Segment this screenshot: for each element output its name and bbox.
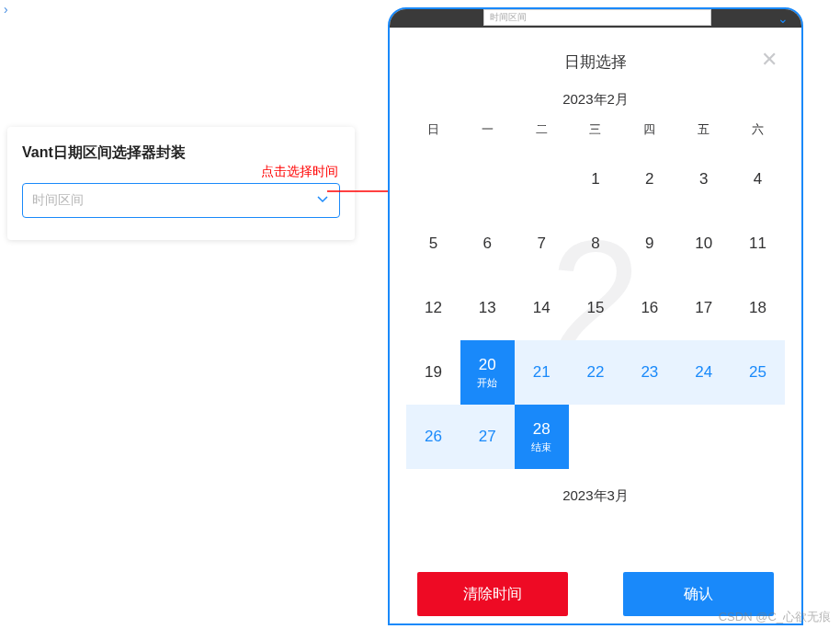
calendar-day[interactable]: 9: [622, 212, 676, 276]
picker-card-title: Vant日期区间选择器封装: [22, 143, 340, 163]
day-number: 28: [533, 420, 551, 439]
calendar-day[interactable]: 19: [406, 340, 460, 405]
day-sublabel: 开始: [477, 376, 497, 390]
day-number: 19: [425, 363, 442, 382]
calendar-next-month-label: 2023年3月: [397, 469, 794, 518]
day-number: 10: [695, 234, 712, 253]
calendar-day[interactable]: 4: [731, 147, 785, 212]
day-number: 5: [429, 234, 437, 253]
calendar-day[interactable]: 18: [731, 276, 785, 340]
day-number: 11: [749, 234, 766, 253]
calendar-day[interactable]: 1: [569, 147, 623, 212]
day-number: 14: [533, 299, 551, 317]
weekday-label: 六: [731, 121, 785, 138]
day-number: 26: [425, 428, 442, 446]
day-number: 18: [749, 299, 766, 317]
calendar-cell-empty: [460, 147, 515, 212]
weekday-label: 三: [569, 121, 623, 138]
calendar-inner: 日期选择 ✕ 2023年2月 日一二三四五六 2 123456789101112…: [397, 33, 794, 623]
day-number: 24: [695, 363, 712, 382]
weekday-label: 日: [406, 121, 460, 138]
day-number: 17: [695, 299, 712, 317]
day-number: 23: [641, 363, 658, 382]
weekday-label: 一: [460, 121, 515, 138]
calendar-day[interactable]: 5: [406, 212, 460, 276]
calendar-day[interactable]: 8: [569, 212, 623, 276]
day-sublabel: 结束: [531, 440, 551, 454]
day-number: 7: [537, 234, 545, 253]
day-number: 21: [533, 363, 551, 382]
calendar-day[interactable]: 10: [676, 212, 731, 276]
day-number: 13: [479, 299, 496, 317]
calendar-day[interactable]: 14: [515, 276, 569, 340]
day-number: 1: [591, 170, 599, 189]
calendar-day[interactable]: 12: [406, 276, 460, 340]
calendar-day[interactable]: 11: [731, 212, 785, 276]
day-number: 6: [483, 234, 492, 253]
calendar-day[interactable]: 28结束: [515, 405, 569, 469]
day-number: 9: [645, 234, 653, 253]
day-number: 20: [479, 356, 496, 374]
background-strip: 时间区间 ⌄: [390, 9, 801, 28]
calendar-day[interactable]: 16: [622, 276, 676, 340]
calendar-day[interactable]: 22: [569, 340, 623, 405]
day-number: 12: [425, 299, 442, 317]
day-number: 16: [641, 299, 658, 317]
calendar-weekdays: 日一二三四五六: [397, 116, 794, 147]
calendar-cell-empty: [406, 147, 460, 212]
calendar-day[interactable]: 24: [676, 340, 731, 405]
calendar-grid: 1234567891011121314151617181920开始2122232…: [406, 147, 785, 469]
background-input-peek: 时间区间: [483, 9, 711, 26]
page-back-chevron: ›: [4, 2, 8, 17]
day-number: 25: [749, 363, 766, 382]
weekday-label: 四: [622, 121, 676, 138]
day-number: 22: [587, 363, 605, 382]
clear-button[interactable]: 清除时间: [417, 572, 568, 616]
page-watermark: CSDN @C_心欲无痕: [719, 609, 831, 625]
calendar-day[interactable]: 23: [622, 340, 676, 405]
calendar-panel: 时间区间 ⌄ 日期选择 ✕ 2023年2月 日一二三四五六 2 12345678…: [388, 7, 803, 625]
annotation-label: 点击选择时间: [261, 164, 338, 180]
day-number: 2: [645, 170, 653, 189]
calendar-day[interactable]: 17: [676, 276, 731, 340]
close-icon[interactable]: ✕: [761, 50, 778, 70]
calendar-day[interactable]: 20开始: [460, 340, 515, 405]
calendar-header: 日期选择 ✕: [397, 33, 794, 80]
calendar-cell-empty: [515, 147, 569, 212]
day-number: 4: [754, 170, 762, 189]
calendar-title: 日期选择: [564, 53, 627, 71]
calendar-day[interactable]: 3: [676, 147, 731, 212]
calendar-day[interactable]: 21: [515, 340, 569, 405]
day-number: 27: [479, 428, 496, 446]
day-number: 3: [699, 170, 708, 189]
day-number: 8: [591, 234, 599, 253]
calendar-day[interactable]: 25: [731, 340, 785, 405]
calendar-day[interactable]: 13: [460, 276, 515, 340]
date-range-input[interactable]: 时间区间: [22, 183, 340, 218]
weekday-label: 五: [676, 121, 731, 138]
chevron-down-icon: ⌄: [778, 11, 789, 26]
calendar-day[interactable]: 7: [515, 212, 569, 276]
weekday-label: 二: [515, 121, 569, 138]
calendar-body: 2 1234567891011121314151617181920开始21222…: [397, 147, 794, 469]
calendar-day[interactable]: 26: [406, 405, 460, 469]
day-number: 15: [587, 299, 605, 317]
calendar-month-label: 2023年2月: [397, 80, 794, 116]
calendar-day[interactable]: 6: [460, 212, 515, 276]
calendar-day[interactable]: 15: [569, 276, 623, 340]
calendar-day[interactable]: 27: [460, 405, 515, 469]
picker-card: Vant日期区间选择器封装 时间区间: [7, 127, 355, 240]
date-range-placeholder: 时间区间: [32, 192, 84, 209]
calendar-day[interactable]: 2: [622, 147, 676, 212]
